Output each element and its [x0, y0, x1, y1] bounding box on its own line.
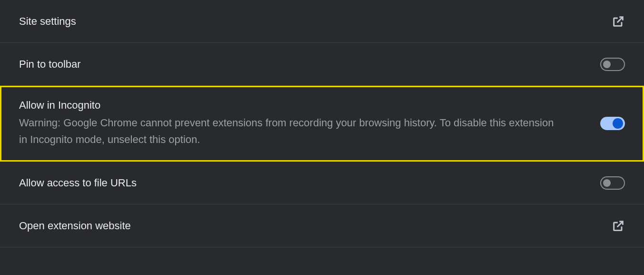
control — [612, 219, 625, 233]
toggle-knob — [613, 118, 623, 129]
text-group: Pin to toolbar — [19, 58, 600, 71]
text-group: Site settings — [19, 15, 612, 28]
row-site-settings[interactable]: Site settings — [0, 0, 644, 43]
allow-incognito-title: Allow in Incognito — [19, 99, 581, 112]
control — [612, 15, 625, 28]
row-allow-file-urls: Allow access to file URLs — [0, 162, 644, 204]
control — [600, 176, 625, 190]
toggle-knob — [603, 179, 611, 187]
row-allow-incognito: Allow in Incognito Warning: Google Chrom… — [0, 86, 644, 162]
control — [600, 117, 625, 130]
settings-list: Site settings Pin to toolbar Allow in In… — [0, 0, 644, 247]
allow-incognito-description: Warning: Google Chrome cannot prevent ex… — [19, 114, 562, 148]
row-pin-to-toolbar: Pin to toolbar — [0, 43, 644, 86]
allow-file-urls-toggle[interactable] — [600, 176, 625, 190]
external-link-icon[interactable] — [612, 15, 625, 28]
allow-incognito-toggle[interactable] — [600, 117, 625, 130]
pin-to-toolbar-title: Pin to toolbar — [19, 58, 581, 71]
open-website-title: Open extension website — [19, 220, 593, 232]
external-link-icon[interactable] — [612, 219, 625, 233]
text-group: Allow in Incognito Warning: Google Chrom… — [19, 99, 600, 148]
text-group: Allow access to file URLs — [19, 177, 600, 189]
site-settings-title: Site settings — [19, 15, 593, 28]
control — [600, 58, 625, 71]
pin-to-toolbar-toggle[interactable] — [600, 58, 625, 71]
row-open-extension-website[interactable]: Open extension website — [0, 204, 644, 247]
text-group: Open extension website — [19, 220, 612, 232]
toggle-knob — [603, 61, 611, 68]
allow-file-urls-title: Allow access to file URLs — [19, 177, 581, 189]
